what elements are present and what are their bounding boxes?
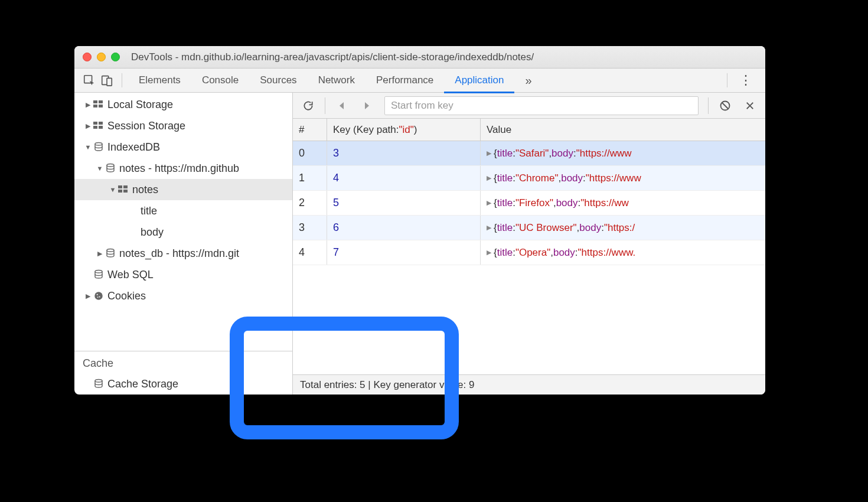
separator <box>325 97 325 114</box>
tree-item-label: Cache Storage <box>107 378 178 390</box>
close-button[interactable] <box>83 53 92 61</box>
tabs: ElementsConsoleSourcesNetworkPerformance… <box>128 69 514 93</box>
clear-icon[interactable] <box>713 95 737 116</box>
search-input[interactable] <box>391 100 692 112</box>
titlebar: DevTools - mdn.github.io/learning-area/j… <box>74 46 765 69</box>
expand-arrow-icon[interactable]: ▶ <box>96 250 104 257</box>
more-tabs-button[interactable]: » <box>519 74 537 87</box>
tree-item[interactable]: ▼notes <box>74 179 292 200</box>
cell-key: 7 <box>327 240 481 265</box>
separator <box>708 97 709 114</box>
tree-item[interactable]: Web SQL <box>74 264 292 285</box>
expand-arrow-icon[interactable]: ▶ <box>84 122 92 130</box>
minimize-button[interactable] <box>97 53 106 61</box>
grid-icon <box>93 100 104 109</box>
tree-item-label: body <box>141 226 164 239</box>
expand-arrow-icon[interactable]: ▶ <box>84 292 92 300</box>
tab-elements[interactable]: Elements <box>128 69 191 93</box>
tab-sources[interactable]: Sources <box>249 69 307 93</box>
cell-value: ▶{title: "UC Browser", body: "https:/ <box>481 216 765 240</box>
expand-triangle-icon[interactable]: ▶ <box>487 249 491 256</box>
cache-section-header: Cache <box>74 351 292 373</box>
db-icon <box>105 248 116 259</box>
tree-item[interactable]: ▼notes - https://mdn.github <box>74 158 292 179</box>
divider <box>727 73 727 87</box>
tree-item[interactable]: ▶Session Storage <box>74 115 292 136</box>
db-icon <box>105 163 116 174</box>
svg-point-11 <box>95 143 102 146</box>
svg-rect-3 <box>93 100 97 103</box>
svg-rect-2 <box>107 78 112 86</box>
prev-page-icon[interactable] <box>330 95 354 116</box>
svg-point-12 <box>107 164 114 167</box>
table-row[interactable]: 36▶{title: "UC Browser", body: "https:/ <box>293 216 765 240</box>
col-index-header[interactable]: # <box>293 119 327 141</box>
expand-arrow-icon[interactable]: ▼ <box>109 186 117 193</box>
tree-item-label: notes <box>132 184 158 196</box>
db-icon <box>93 269 104 280</box>
expand-triangle-icon[interactable]: ▶ <box>487 199 491 207</box>
data-table: # Key (Key path: "id") Value 03▶{title: … <box>293 119 765 374</box>
table-row[interactable]: 25▶{title: "Firefox", body: "https://ww <box>293 191 765 216</box>
svg-rect-10 <box>99 126 103 129</box>
cache-list: Cache Storage <box>74 373 292 395</box>
grid-icon <box>118 185 129 194</box>
refresh-icon[interactable] <box>296 95 320 116</box>
expand-triangle-icon[interactable]: ▶ <box>487 224 491 232</box>
svg-point-18 <box>95 270 102 273</box>
cell-key: 5 <box>327 191 481 215</box>
tree-item-label: Local Storage <box>107 99 173 111</box>
col-key-header[interactable]: Key (Key path: "id") <box>327 119 481 141</box>
cell-index: 3 <box>293 216 327 240</box>
cell-value: ▶{title: "Safari", body: "https://www <box>481 141 765 165</box>
svg-point-22 <box>97 296 99 298</box>
cookie-icon <box>93 291 104 301</box>
tree-item[interactable]: Cache Storage <box>74 373 292 395</box>
expand-arrow-icon[interactable]: ▼ <box>96 165 104 172</box>
tab-performance[interactable]: Performance <box>366 69 444 93</box>
inspect-icon[interactable] <box>80 71 98 89</box>
search-input-wrapper[interactable] <box>384 96 699 115</box>
expand-arrow-icon[interactable]: ▼ <box>84 144 92 151</box>
maximize-button[interactable] <box>111 53 120 61</box>
tree-item-label: title <box>141 205 157 217</box>
db-icon <box>93 142 104 152</box>
tree-item[interactable]: ▶Cookies <box>74 285 292 307</box>
expand-triangle-icon[interactable]: ▶ <box>487 174 491 182</box>
svg-point-23 <box>95 380 102 383</box>
tab-bar: ElementsConsoleSourcesNetworkPerformance… <box>74 69 765 93</box>
svg-rect-5 <box>93 105 97 107</box>
tree-item[interactable]: ▼IndexedDB <box>74 136 292 158</box>
storage-tree: ▶Local Storage▶Session Storage▼IndexedDB… <box>74 93 292 351</box>
cell-index: 1 <box>293 166 327 190</box>
device-toggle-icon[interactable] <box>98 71 116 89</box>
cell-index: 4 <box>293 240 327 265</box>
table-row[interactable]: 47▶{title: "Opera", body: "https://www. <box>293 240 765 265</box>
table-header: # Key (Key path: "id") Value <box>293 119 765 141</box>
window-title: DevTools - mdn.github.io/learning-area/j… <box>131 51 534 63</box>
tab-application[interactable]: Application <box>444 69 514 93</box>
expand-arrow-icon[interactable]: ▶ <box>84 101 92 109</box>
table-row[interactable]: 14▶{title: "Chrome", body: "https://www <box>293 166 765 191</box>
tree-item[interactable]: title <box>74 200 292 221</box>
tree-item-label: notes - https://mdn.github <box>119 162 239 175</box>
table-row[interactable]: 03▶{title: "Safari", body: "https://www <box>293 141 765 166</box>
tab-network[interactable]: Network <box>308 69 366 93</box>
tree-item-label: IndexedDB <box>107 141 160 154</box>
expand-triangle-icon[interactable]: ▶ <box>487 149 491 157</box>
cell-key: 3 <box>327 141 481 165</box>
delete-icon[interactable] <box>738 95 762 116</box>
next-page-icon[interactable] <box>355 95 378 116</box>
tree-item-label: Session Storage <box>107 120 185 132</box>
tree-item[interactable]: ▶Local Storage <box>74 94 292 115</box>
status-bar: Total entries: 5 | Key generator value: … <box>293 374 765 395</box>
tree-item[interactable]: ▶notes_db - https://mdn.git <box>74 243 292 264</box>
sidebar: ▶Local Storage▶Session Storage▼IndexedDB… <box>74 93 293 395</box>
col-value-header[interactable]: Value <box>481 119 765 141</box>
tab-console[interactable]: Console <box>191 69 249 93</box>
tree-item[interactable]: body <box>74 221 292 243</box>
svg-point-19 <box>94 292 103 300</box>
svg-point-17 <box>107 249 114 252</box>
svg-rect-14 <box>123 185 128 188</box>
kebab-menu-icon[interactable]: ⋮ <box>733 73 759 88</box>
